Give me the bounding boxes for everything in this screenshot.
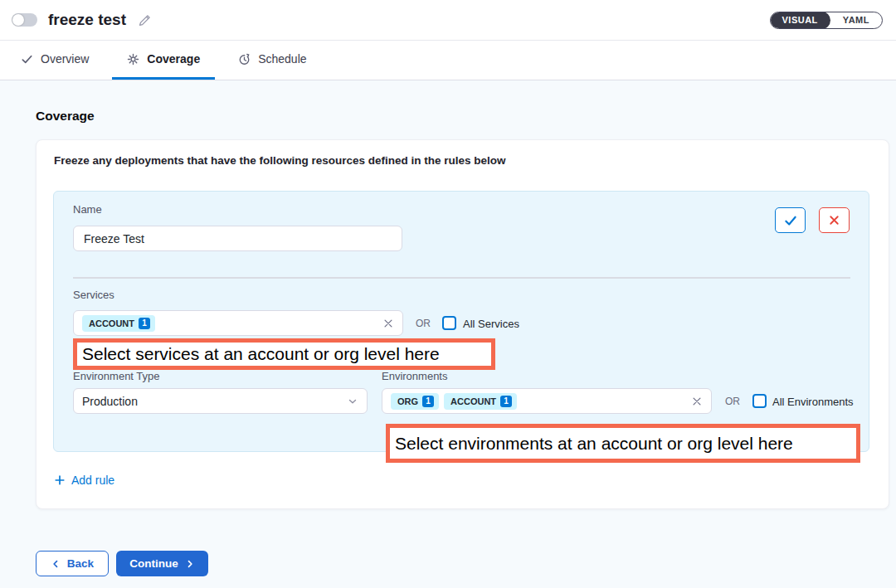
confirm-rule-button[interactable] [775,207,806,233]
check-icon [783,213,798,228]
continue-label: Continue [129,557,178,570]
environment-tag-account: ACCOUNT 1 [444,393,517,410]
delete-rule-button[interactable] [819,207,850,233]
plus-icon [54,474,66,486]
environment-type-dropdown[interactable]: Production [73,388,368,414]
tag-count-badge: 1 [139,318,150,329]
add-rule-label: Add rule [71,474,114,487]
mode-switch: VISUAL YAML [770,12,884,29]
coverage-section-title: Coverage [36,109,95,124]
continue-button[interactable]: Continue [116,551,208,576]
tab-overview-label: Overview [41,52,89,66]
tag-count-badge: 1 [500,396,512,407]
tab-schedule-label: Schedule [258,52,306,66]
add-rule-button[interactable]: Add rule [54,474,114,487]
close-icon [828,214,840,226]
all-services-checkbox[interactable] [442,316,456,330]
annotation-select-services: Select services at an account or org lev… [73,338,495,370]
visual-toggle-button[interactable]: VISUAL [770,12,830,29]
environments-multiselect[interactable]: ORG 1 ACCOUNT 1 [382,388,712,414]
yaml-toggle-button[interactable]: YAML [830,15,882,25]
clear-services-icon[interactable] [382,318,394,329]
tag-text: ORG [397,396,418,406]
schedule-icon [238,53,251,66]
chevron-left-icon [51,559,61,569]
name-label: Name [73,203,102,216]
annotation-select-environments: Select environments at an account or org… [386,424,860,463]
tab-bar: Overview Coverage Schedule [0,41,896,80]
tab-schedule[interactable]: Schedule [223,41,321,80]
clear-environments-icon[interactable] [691,396,703,407]
services-label: Services [73,289,114,301]
all-services-label: All Services [463,318,519,330]
all-environments-label: All Environments [772,396,854,408]
check-icon [21,53,33,66]
tag-text: ACCOUNT [450,396,496,406]
services-multiselect[interactable]: ACCOUNT 1 [73,310,403,336]
tab-overview[interactable]: Overview [6,41,104,80]
tab-coverage[interactable]: Coverage [112,41,215,80]
toggle-knob [12,14,24,26]
tag-text: ACCOUNT [89,318,134,328]
rule-divider [73,277,850,279]
edit-title-icon[interactable] [138,13,152,27]
tab-coverage-label: Coverage [147,52,200,66]
coverage-instruction: Freeze any deployments that have the fol… [54,154,506,167]
environment-tag-org: ORG 1 [391,393,439,410]
gear-icon [127,53,139,66]
all-environments-checkbox[interactable] [752,394,767,408]
environment-type-label: Environment Type [73,370,160,382]
environments-or-label: OR [725,396,740,407]
header: freeze test VISUAL YAML [0,0,896,41]
environment-type-value: Production [82,395,138,408]
page-title: freeze test [48,11,126,29]
rule-name-input[interactable] [73,226,402,251]
chevron-right-icon [185,559,195,569]
freeze-enable-toggle[interactable] [12,13,37,27]
tag-count-badge: 1 [422,396,434,407]
chevron-down-icon [347,396,358,407]
freeze-studio-page: freeze test VISUAL YAML Overview Coverag… [0,0,896,588]
environments-label: Environments [382,370,447,382]
service-tag-account: ACCOUNT 1 [82,315,155,332]
back-label: Back [67,557,94,570]
services-or-label: OR [416,318,431,329]
back-button[interactable]: Back [36,551,109,576]
